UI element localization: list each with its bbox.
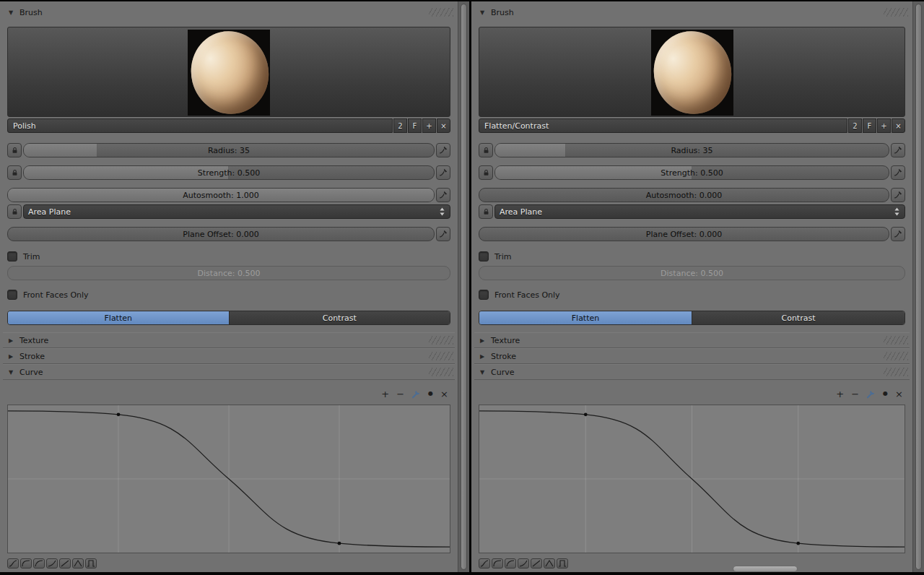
curve-point[interactable] xyxy=(338,542,341,545)
texture-section-header[interactable]: ▶ Texture xyxy=(474,332,910,348)
flatten-button[interactable]: Flatten xyxy=(479,311,692,324)
curve-header-label: Curve xyxy=(19,368,43,377)
pressure-icon xyxy=(439,168,448,177)
falloff-curve-canvas[interactable] xyxy=(479,405,905,553)
preset-root-button[interactable] xyxy=(33,558,45,568)
flatten-button[interactable]: Flatten xyxy=(8,311,229,324)
fake-user-button[interactable]: F xyxy=(408,118,422,133)
radius-pressure-toggle[interactable] xyxy=(436,143,450,157)
autosmooth-pressure-toggle[interactable] xyxy=(436,188,450,202)
close-icon: × xyxy=(440,122,446,130)
zoom-out-button[interactable]: − xyxy=(851,389,859,399)
plane-offset-field[interactable]: Plane Offset: 0.000 xyxy=(7,227,435,241)
zoom-out-button[interactable]: − xyxy=(396,389,404,399)
preset-smooth-button[interactable] xyxy=(7,558,19,568)
brush-section-header[interactable]: ▼ Brush xyxy=(3,5,455,20)
unified-strength-toggle[interactable] xyxy=(479,165,493,180)
contrast-button[interactable]: Contrast xyxy=(692,311,905,324)
trim-checkbox[interactable] xyxy=(7,251,17,261)
left-panel-scrollbar[interactable] xyxy=(458,1,469,572)
scrollbar-thumb[interactable] xyxy=(915,4,922,570)
radius-slider[interactable]: Radius: 35 xyxy=(494,143,889,157)
panel-grip-icon xyxy=(884,8,908,17)
add-brush-button[interactable]: + xyxy=(422,118,436,133)
strength-pressure-toggle[interactable] xyxy=(436,165,450,180)
brush-section-header[interactable]: ▼ Brush xyxy=(474,5,910,20)
strength-pressure-toggle[interactable] xyxy=(891,165,905,180)
preset-constant-button[interactable] xyxy=(557,558,568,568)
trim-checkbox[interactable] xyxy=(479,251,489,261)
horizontal-scrollbar-thumb[interactable] xyxy=(733,566,798,572)
preset-peak-button[interactable] xyxy=(72,558,84,568)
radius-pressure-toggle[interactable] xyxy=(891,143,905,157)
preset-sharp-button[interactable] xyxy=(518,558,529,568)
clipping-button[interactable]: ● xyxy=(883,391,888,397)
curve-tools-button[interactable] xyxy=(411,389,421,399)
users-count-button[interactable]: 2 xyxy=(393,118,407,133)
preset-smooth-button[interactable] xyxy=(479,558,490,568)
sculpt-plane-dropdown[interactable]: Area Plane xyxy=(494,204,905,219)
preset-sphere-button[interactable] xyxy=(20,558,32,568)
front-faces-only-checkbox[interactable] xyxy=(7,290,17,300)
strength-slider[interactable]: Strength: 0.500 xyxy=(494,165,889,180)
strength-slider[interactable]: Strength: 0.500 xyxy=(23,165,435,180)
curve-section-header[interactable]: ▼ Curve xyxy=(474,364,910,380)
curve-peak-icon xyxy=(74,560,82,567)
curve-section-header[interactable]: ▼ Curve xyxy=(3,364,455,380)
curve-point[interactable] xyxy=(796,542,800,545)
preset-sphere-button[interactable] xyxy=(492,558,503,568)
falloff-curve-canvas[interactable] xyxy=(8,405,450,553)
updown-arrows-icon xyxy=(439,207,445,217)
preset-linear-button[interactable] xyxy=(531,558,542,568)
texture-section-header[interactable]: ▶ Texture xyxy=(3,332,455,348)
preset-linear-button[interactable] xyxy=(59,558,71,568)
autosmooth-slider[interactable]: Autosmooth: 0.000 xyxy=(479,188,889,202)
preset-root-button[interactable] xyxy=(505,558,516,568)
users-count-button[interactable]: 2 xyxy=(848,118,862,133)
sculpt-plane-dropdown[interactable]: Area Plane xyxy=(23,204,450,219)
falloff-curve-widget[interactable] xyxy=(479,405,905,553)
preset-sharp-button[interactable] xyxy=(46,558,58,568)
zoom-in-button[interactable]: + xyxy=(836,389,844,399)
scrollbar-thumb[interactable] xyxy=(461,4,467,570)
plane-lock-toggle[interactable] xyxy=(479,204,493,219)
curve-point[interactable] xyxy=(584,412,588,416)
collapse-arrow-icon: ▼ xyxy=(479,369,486,376)
brush-name-field[interactable]: Polish xyxy=(7,118,393,133)
panel-grip-icon xyxy=(884,352,908,360)
contrast-button[interactable]: Contrast xyxy=(229,311,450,324)
add-brush-button[interactable]: + xyxy=(877,118,891,133)
curve-point[interactable] xyxy=(117,412,121,416)
stroke-section-header[interactable]: ▶ Stroke xyxy=(474,348,910,364)
delete-point-button[interactable]: × xyxy=(440,389,448,399)
unlink-brush-button[interactable]: × xyxy=(437,118,450,133)
falloff-curve-widget[interactable] xyxy=(7,405,450,553)
radius-slider[interactable]: Radius: 35 xyxy=(23,143,435,157)
brush-preview-box[interactable] xyxy=(7,27,450,117)
front-faces-only-checkbox[interactable] xyxy=(479,290,489,300)
preset-constant-button[interactable] xyxy=(85,558,97,568)
plane-lock-toggle[interactable] xyxy=(7,204,22,219)
delete-point-button[interactable]: × xyxy=(895,389,903,399)
brush-preview-box[interactable] xyxy=(479,27,905,117)
clipping-button[interactable]: ● xyxy=(428,391,433,397)
autosmooth-pressure-toggle[interactable] xyxy=(891,188,905,202)
fake-user-button[interactable]: F xyxy=(863,118,876,133)
stroke-section-header[interactable]: ▶ Stroke xyxy=(3,348,455,364)
zoom-in-button[interactable]: + xyxy=(381,389,389,399)
unified-radius-toggle[interactable] xyxy=(7,143,22,157)
texture-header-label: Texture xyxy=(19,336,48,345)
offset-pressure-toggle[interactable] xyxy=(891,227,905,241)
plane-offset-field[interactable]: Plane Offset: 0.000 xyxy=(479,227,889,241)
autosmooth-slider[interactable]: Autosmooth: 1.000 xyxy=(7,188,435,202)
autosmooth-value: Autosmooth: 1.000 xyxy=(183,191,258,200)
unified-strength-toggle[interactable] xyxy=(7,165,22,180)
curve-tools-button[interactable] xyxy=(866,389,876,399)
unlink-brush-button[interactable]: × xyxy=(892,118,905,133)
right-panel-scrollbar[interactable] xyxy=(912,1,924,572)
preset-peak-button[interactable] xyxy=(544,558,555,568)
unified-radius-toggle[interactable] xyxy=(479,143,493,157)
brush-name-field[interactable]: Flatten/Contrast xyxy=(479,118,847,133)
offset-pressure-toggle[interactable] xyxy=(436,227,450,241)
curve-toolbar: + − ● × xyxy=(9,387,448,400)
